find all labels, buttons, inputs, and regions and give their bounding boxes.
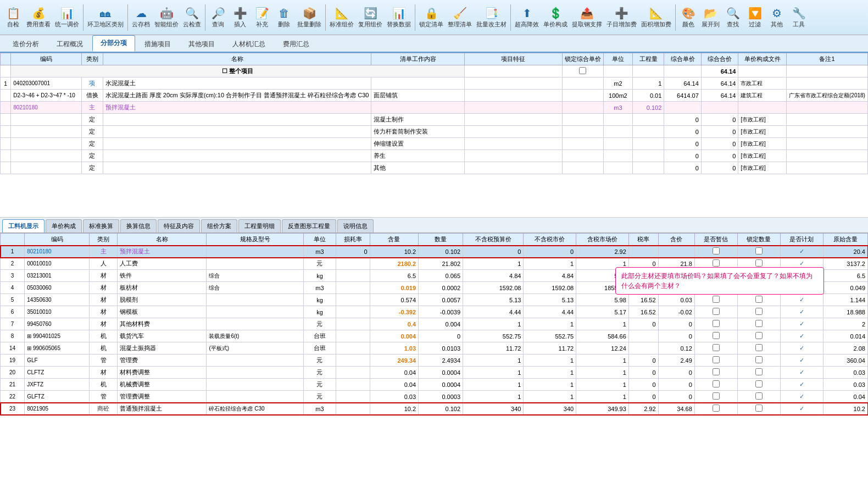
toolbar-btn-zhankai[interactable]: 📂 展开到 — [699, 2, 722, 33]
toolbar-btn-danjia[interactable]: 💲 单价构成 — [541, 2, 570, 33]
lower-table-row: 16.52 — [628, 294, 658, 306]
toolbar-btn-yuncheck[interactable]: 🔍 云检查 — [181, 2, 203, 33]
toolbar-sep-5 — [415, 4, 415, 31]
table-row: [市政工程] — [738, 150, 787, 162]
tab-fenbu[interactable]: 分部分项 — [92, 35, 135, 52]
toolbar-btn-shanchu[interactable]: 🗑 删除 — [273, 2, 295, 33]
lower-table-row[interactable] — [694, 367, 737, 379]
lower-table-row: 0.0002 — [419, 282, 463, 294]
lower-table-row[interactable] — [737, 318, 780, 330]
sub-tab-shuoming[interactable]: 说明信息 — [337, 219, 374, 232]
butie-icon: 📝 — [255, 7, 269, 20]
toolbar-btn-piliangsucai[interactable]: 📑 批量改主材 — [474, 2, 509, 33]
lower-table-row: 6.5 — [370, 270, 418, 282]
toolbar-btn-chaogao[interactable]: ⬆ 超高降效 — [513, 2, 541, 33]
lower-table-row: 1 — [576, 367, 629, 379]
lower-table-row[interactable] — [694, 294, 737, 306]
toolbar-btn-chazhao[interactable]: 🔍 查找 — [722, 2, 744, 33]
lower-table-row[interactable] — [737, 246, 780, 258]
sub-tab-tezheng[interactable]: 特征及内容 — [158, 219, 200, 232]
table-row: 0 — [701, 126, 738, 138]
lower-table-row: 2.49 — [658, 354, 694, 367]
lower-table-row: CLFTZ — [25, 367, 90, 379]
lower-table-row[interactable] — [737, 403, 780, 415]
table-row — [603, 114, 632, 126]
sub-tab-huan[interactable]: 换算信息 — [120, 219, 157, 232]
lower-table-row: 0 — [419, 330, 463, 342]
toolbar-btn-guolv[interactable]: 🔽 过滤 — [744, 2, 766, 33]
toolbar-btn-chaxun[interactable]: 🔎 查询 — [207, 2, 229, 33]
lower-table-row: -0.02 — [658, 306, 694, 318]
lower-table-row[interactable] — [737, 342, 780, 354]
sub-tab-mingxi[interactable]: 工程量明细 — [238, 219, 281, 232]
sub-tab-fanshe[interactable]: 反查图形工程量 — [282, 219, 336, 232]
tab-rencai[interactable]: 人材机汇总 — [224, 36, 274, 52]
sub-tab-biaozhun[interactable]: 标准换算 — [83, 219, 119, 232]
lower-table-row[interactable] — [737, 379, 780, 391]
toolbar-btn-huanwei[interactable]: 🏘 环卫地区类别 — [85, 2, 126, 33]
toolbar-btn-piliang[interactable]: 📦 批量删除 — [295, 2, 324, 33]
sub-tab-gongji[interactable]: 工料机显示 — [2, 219, 44, 232]
table-row — [603, 126, 632, 138]
lower-table-row[interactable] — [737, 367, 780, 379]
lower-table-row: 0.03 — [823, 379, 867, 391]
lower-col-orig: 原始含量 — [823, 234, 867, 246]
toolbar-btn-biaozhun[interactable]: 📐 标准组价 — [327, 2, 356, 33]
toolbar-btn-yunfile[interactable]: ☁ 云存档 — [130, 2, 152, 33]
table-row — [562, 114, 603, 126]
toolbar-btn-yanse[interactable]: 🎨 颜色 — [677, 2, 699, 33]
toolbar-btn-mianji[interactable]: 📐 面积增加费 — [639, 2, 674, 33]
toolbar-btn-suoding[interactable]: 🔒 锁定清单 — [417, 2, 446, 33]
lower-table-row[interactable] — [694, 306, 737, 318]
toolbar-btn-tiqu[interactable]: 📤 提取钢支撑 — [570, 2, 604, 33]
lower-table-row[interactable] — [694, 246, 737, 258]
lower-table-row: ✓ — [780, 246, 823, 258]
lower-table-row: 混凝土振捣器 — [118, 342, 207, 354]
toolbar-btn-zhengli[interactable]: 🧹 整理清单 — [446, 2, 474, 33]
table-row — [633, 162, 664, 174]
toolbar-btn-butie[interactable]: 📝 补充 — [251, 2, 273, 33]
toolbar-btn-tongyi[interactable]: 📊 统一调价 — [53, 2, 81, 33]
lower-table-row[interactable] — [737, 354, 780, 367]
lower-table-row[interactable] — [694, 403, 737, 415]
lower-table-row — [336, 354, 370, 367]
lower-table-row: 预拌混凝土 — [118, 246, 207, 258]
tab-feiyong[interactable]: 费用汇总 — [275, 36, 318, 52]
table-row: 0.102 — [633, 102, 664, 114]
toolbar-btn-gongju[interactable]: 🔧 工具 — [788, 2, 810, 33]
table-row — [103, 150, 371, 162]
lower-table-row: 1 — [524, 354, 576, 367]
lower-table-row[interactable] — [737, 294, 780, 306]
toolbar-btn-zijian[interactable]: 📋 自检 — [2, 2, 24, 33]
sub-tab-danjia[interactable]: 单价构成 — [46, 219, 82, 232]
lower-table-row[interactable] — [694, 342, 737, 354]
toolbar-btn-charu[interactable]: ➕ 插入 — [229, 2, 251, 33]
tab-cuoshi[interactable]: 措施项目 — [136, 36, 179, 52]
lower-table-row[interactable] — [694, 330, 737, 342]
tab-gongcheng[interactable]: 工程概况 — [48, 36, 91, 52]
sub-tab-zufang[interactable]: 组价方案 — [201, 219, 237, 232]
table-row — [738, 102, 787, 114]
lower-table-row[interactable] — [737, 306, 780, 318]
tab-zaojia[interactable]: 造价分析 — [4, 36, 47, 52]
col-lock-header: 锁定综合单价 — [562, 53, 603, 65]
toolbar-btn-zengfei[interactable]: ➕ 子目增加费 — [604, 2, 639, 33]
lower-table-row[interactable] — [694, 391, 737, 403]
toolbar-btn-qita[interactable]: ⚙ 其他 — [766, 2, 788, 33]
suoding-icon: 🔒 — [425, 7, 438, 20]
toolbar-btn-zhineng[interactable]: 🤖 智能组价 — [152, 2, 181, 33]
tab-qita[interactable]: 其他项目 — [180, 36, 223, 52]
lower-table-row[interactable] — [737, 391, 780, 403]
toolbar-btn-feiyong[interactable]: 💰 费用查看 — [24, 2, 53, 33]
table-row — [562, 102, 603, 114]
lower-table-row: 材 — [89, 318, 118, 330]
toolbar-btn-fuyong[interactable]: 🔄 复用组价 — [356, 2, 385, 33]
lower-table-row: 0 — [658, 367, 694, 379]
lower-table-row[interactable] — [694, 318, 737, 330]
toolbar-label-guolv: 过滤 — [749, 21, 761, 28]
lower-table-row[interactable] — [694, 379, 737, 391]
lower-table-row[interactable] — [694, 354, 737, 367]
toolbar-label-zengfei: 子目增加费 — [607, 21, 637, 28]
lower-table-row[interactable] — [737, 330, 780, 342]
toolbar-btn-tishu[interactable]: 📊 替换数据 — [385, 2, 413, 33]
